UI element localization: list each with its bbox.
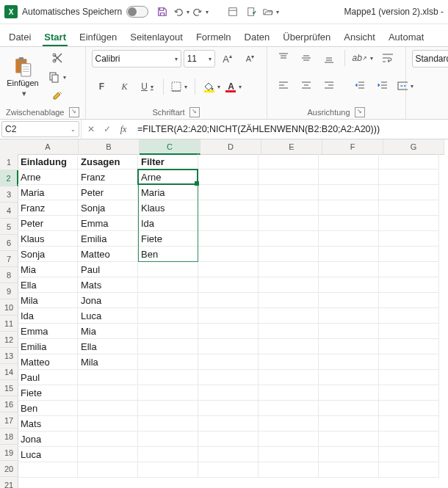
tab-automate[interactable]: Automat	[387, 27, 425, 46]
fill-color-button[interactable]: ▾	[200, 79, 223, 95]
cell[interactable]	[259, 324, 319, 339]
row-header[interactable]: 21	[0, 477, 18, 488]
row-header[interactable]: 10	[0, 299, 18, 316]
increase-font-button[interactable]: A▴	[217, 51, 238, 67]
cell[interactable]: Klaus	[138, 200, 198, 216]
cell[interactable]	[259, 247, 319, 262]
cell[interactable]	[379, 308, 439, 324]
cell[interactable]	[379, 185, 439, 200]
cell[interactable]	[259, 354, 319, 370]
redo-button[interactable]: ▾	[192, 4, 209, 20]
row-header[interactable]: 2	[0, 170, 18, 186]
cell[interactable]	[78, 385, 138, 401]
cell[interactable]	[379, 277, 439, 293]
cell[interactable]	[259, 385, 319, 401]
cell[interactable]: Einladung	[18, 154, 78, 170]
align-middle-button[interactable]	[296, 50, 317, 66]
cell[interactable]	[319, 416, 379, 431]
tab-file[interactable]: Datei	[7, 27, 32, 46]
column-header[interactable]: F	[322, 139, 383, 155]
dialog-launcher-icon[interactable]: ↘	[355, 107, 365, 117]
cell[interactable]	[198, 200, 259, 216]
qat-button-2[interactable]	[244, 4, 260, 20]
cell[interactable]: Mila	[18, 293, 78, 308]
cell[interactable]	[78, 416, 138, 431]
cell[interactable]	[198, 216, 259, 231]
cell[interactable]: Franz	[78, 170, 138, 185]
cell[interactable]: Paul	[78, 262, 138, 277]
tab-formulas[interactable]: Formeln	[195, 27, 233, 46]
cell[interactable]	[319, 170, 379, 185]
column-header[interactable]: E	[261, 139, 322, 155]
cell[interactable]: Filter	[138, 154, 198, 170]
cell[interactable]	[379, 293, 439, 308]
cell[interactable]	[379, 247, 439, 262]
cell[interactable]	[379, 354, 439, 370]
cell[interactable]	[198, 154, 259, 170]
cell[interactable]: Emilia	[78, 231, 138, 247]
row-header[interactable]: 12	[0, 332, 18, 348]
tab-home[interactable]: Start	[43, 27, 68, 46]
cell[interactable]	[198, 324, 259, 339]
align-right-button[interactable]	[319, 78, 339, 94]
cell[interactable]	[319, 447, 379, 462]
cell[interactable]	[379, 231, 439, 247]
cell[interactable]	[198, 447, 259, 462]
cell[interactable]	[138, 308, 198, 324]
autosave-toggle[interactable]: Automatisches Speichern	[22, 6, 148, 18]
undo-button[interactable]: ▾	[173, 4, 189, 20]
column-header[interactable]: D	[200, 139, 261, 155]
cell[interactable]	[259, 262, 319, 277]
qat-button-1[interactable]	[225, 4, 241, 20]
align-top-button[interactable]	[273, 50, 294, 66]
cell[interactable]	[138, 354, 198, 370]
cell[interactable]	[379, 401, 439, 416]
name-box[interactable]: C2 ⌄	[1, 121, 79, 137]
cell[interactable]	[319, 339, 379, 354]
cell[interactable]	[138, 431, 198, 447]
cell[interactable]	[198, 247, 259, 262]
insert-function-button[interactable]: fx	[115, 121, 131, 137]
cell[interactable]	[78, 431, 138, 447]
save-button[interactable]	[154, 4, 170, 20]
cell[interactable]	[198, 339, 259, 354]
cell[interactable]: Emma	[18, 324, 78, 339]
row-header[interactable]: 14	[0, 364, 18, 380]
cut-button[interactable]	[46, 50, 68, 66]
cell[interactable]	[319, 354, 379, 370]
column-header[interactable]: A	[18, 139, 79, 155]
tab-layout[interactable]: Seitenlayout	[129, 27, 184, 46]
increase-indent-button[interactable]	[372, 78, 393, 94]
column-header[interactable]: C	[140, 139, 200, 155]
cancel-formula-button[interactable]: ✕	[83, 121, 99, 137]
cell[interactable]	[319, 277, 379, 293]
cell[interactable]	[198, 231, 259, 247]
cell[interactable]	[18, 462, 78, 478]
cell[interactable]: Sonja	[18, 247, 78, 262]
font-color-button[interactable]: A ▾	[225, 79, 245, 95]
cell[interactable]	[379, 370, 439, 385]
cell[interactable]	[259, 401, 319, 416]
cell[interactable]: Arne	[18, 170, 78, 185]
bold-button[interactable]: F	[92, 79, 112, 95]
cell[interactable]: Jona	[18, 431, 78, 447]
cell[interactable]: Mia	[78, 324, 138, 339]
cell[interactable]	[319, 324, 379, 339]
cell[interactable]	[319, 200, 379, 216]
row-header[interactable]: 8	[0, 267, 18, 283]
cell[interactable]	[259, 154, 319, 170]
cell[interactable]	[379, 385, 439, 401]
row-header[interactable]: 16	[0, 396, 18, 412]
cell[interactable]	[259, 462, 319, 478]
cell[interactable]: Fiete	[18, 385, 78, 401]
cell[interactable]: Mats	[18, 416, 78, 431]
cell[interactable]: Maria	[138, 185, 198, 200]
cell[interactable]	[319, 370, 379, 385]
cell[interactable]	[379, 462, 439, 478]
formula-input[interactable]	[133, 120, 448, 139]
cell[interactable]	[379, 216, 439, 231]
cell[interactable]	[198, 416, 259, 431]
cell[interactable]	[319, 154, 379, 170]
cell[interactable]	[138, 416, 198, 431]
cell[interactable]	[198, 277, 259, 293]
